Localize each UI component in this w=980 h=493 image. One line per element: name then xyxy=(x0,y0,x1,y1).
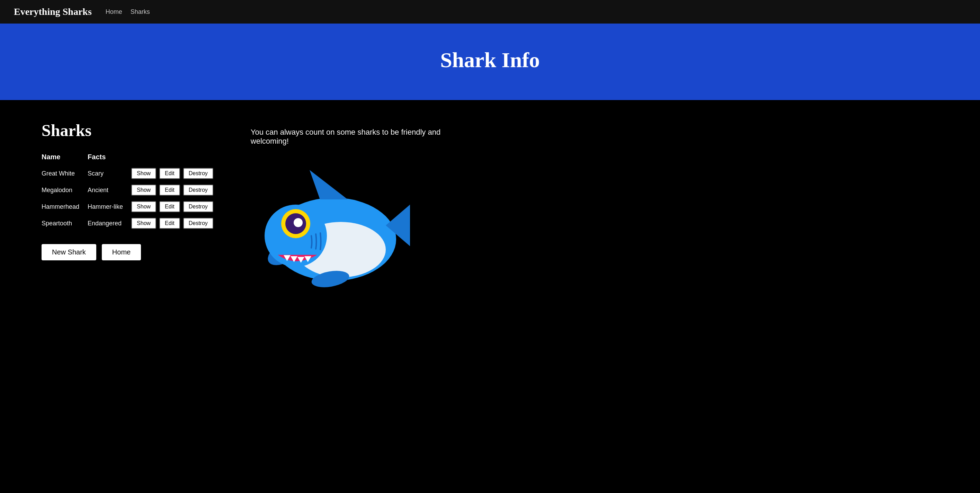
home-button[interactable]: Home xyxy=(102,244,141,260)
edit-button[interactable]: Edit xyxy=(159,184,180,196)
shark-name: Megalodon xyxy=(41,182,88,198)
destroy-button[interactable]: Destroy xyxy=(183,184,213,196)
nav-links: Home Sharks xyxy=(106,8,150,16)
sharks-section-title: Sharks xyxy=(41,121,223,140)
sharks-table: Name Facts Great White Scary Show Edit D… xyxy=(41,150,223,232)
shark-facts: Scary xyxy=(88,165,131,182)
show-button[interactable]: Show xyxy=(131,168,156,179)
table-row: Hammerhead Hammer-like Show Edit Destroy xyxy=(41,198,223,215)
navbar: Everything Sharks Home Sharks xyxy=(0,0,980,24)
nav-brand: Everything Sharks xyxy=(14,6,92,17)
edit-button[interactable]: Edit xyxy=(159,168,180,179)
friendly-text: You can always count on some sharks to b… xyxy=(251,128,458,146)
destroy-button[interactable]: Destroy xyxy=(183,168,213,179)
main-content: Sharks Name Facts Great White Scary Show… xyxy=(0,100,980,315)
svg-point-9 xyxy=(294,218,303,227)
col-name: Name xyxy=(41,150,88,165)
shark-actions: Show Edit Destroy xyxy=(131,198,223,215)
shark-actions: Show Edit Destroy xyxy=(131,182,223,198)
action-buttons: New Shark Home xyxy=(41,244,223,260)
col-facts: Facts xyxy=(88,150,131,165)
nav-home[interactable]: Home xyxy=(106,8,122,16)
right-panel: You can always count on some sharks to b… xyxy=(251,121,939,295)
edit-button[interactable]: Edit xyxy=(159,218,180,229)
hero-title: Shark Info xyxy=(7,48,973,72)
show-button[interactable]: Show xyxy=(131,218,156,229)
shark-facts: Endangered xyxy=(88,215,131,232)
table-row: Great White Scary Show Edit Destroy xyxy=(41,165,223,182)
hero-banner: Shark Info xyxy=(0,24,980,100)
edit-button[interactable]: Edit xyxy=(159,201,180,212)
new-shark-button[interactable]: New Shark xyxy=(41,244,96,260)
shark-facts: Ancient xyxy=(88,182,131,198)
shark-name: Hammerhead xyxy=(41,198,88,215)
shark-actions: Show Edit Destroy xyxy=(131,165,223,182)
show-button[interactable]: Show xyxy=(131,201,156,212)
shark-actions: Show Edit Destroy xyxy=(131,215,223,232)
shark-facts: Hammer-like xyxy=(88,198,131,215)
shark-name: Great White xyxy=(41,165,88,182)
table-row: Speartooth Endangered Show Edit Destroy xyxy=(41,215,223,232)
shark-name: Speartooth xyxy=(41,215,88,232)
nav-sharks[interactable]: Sharks xyxy=(130,8,150,16)
destroy-button[interactable]: Destroy xyxy=(183,201,213,212)
shark-illustration xyxy=(251,156,417,295)
destroy-button[interactable]: Destroy xyxy=(183,218,213,229)
table-row: Megalodon Ancient Show Edit Destroy xyxy=(41,182,223,198)
svg-marker-3 xyxy=(310,170,348,199)
show-button[interactable]: Show xyxy=(131,184,156,196)
left-panel: Sharks Name Facts Great White Scary Show… xyxy=(41,121,223,295)
